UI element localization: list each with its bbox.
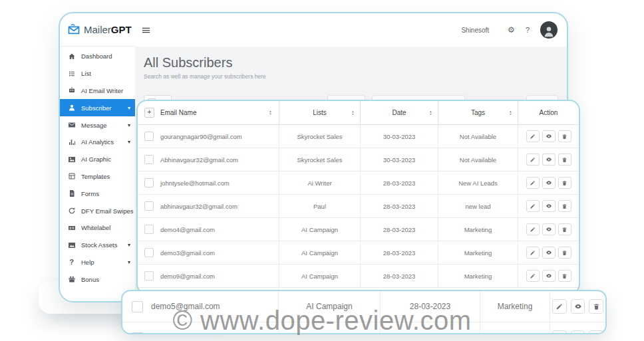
- subscriber-tag: Marketing: [480, 322, 550, 334]
- edit-button[interactable]: [526, 200, 540, 212]
- user-avatar[interactable]: [540, 21, 558, 39]
- sort-icon[interactable]: [428, 109, 434, 116]
- subscriber-email: demo4@gmail.com: [160, 226, 215, 233]
- view-button[interactable]: [571, 299, 585, 314]
- view-button[interactable]: [542, 247, 556, 259]
- sidebar-item-ai-email-writer[interactable]: AI Email Writer: [60, 82, 135, 100]
- sidebar-nav: Dashboard List AI Email Writer Subscribe…: [60, 47, 135, 301]
- sidebar-item-ai-analytics[interactable]: AI Analytics ▾: [60, 134, 135, 151]
- delete-button[interactable]: [558, 177, 571, 189]
- subscriber-tag: Not Available: [438, 125, 518, 148]
- edit-button[interactable]: [526, 270, 540, 282]
- column-header-date: Date: [392, 109, 406, 116]
- subscriber-email: demo9@gmail.com: [160, 273, 215, 280]
- template-icon: [67, 172, 76, 180]
- question-mark-icon: ?: [67, 258, 76, 266]
- page-subtitle: Search as well as manage your subscriber…: [144, 73, 567, 80]
- subscriber-list: AI Campaign: [278, 322, 380, 334]
- subscriber-list: AI Campaign: [279, 241, 360, 264]
- row-checkbox[interactable]: [132, 301, 143, 312]
- subscriber-date: 28-03-2023: [360, 171, 438, 194]
- edit-button[interactable]: [526, 247, 540, 259]
- edit-button[interactable]: [526, 154, 540, 166]
- edit-button[interactable]: [552, 330, 567, 334]
- sidebar-item-templates[interactable]: Templates: [60, 168, 135, 185]
- subscriber-list: Skyrocket Sales: [279, 148, 360, 171]
- subscriber-email: demo5@gmail.com: [151, 302, 220, 311]
- row-checkbox[interactable]: [144, 225, 154, 234]
- delete-button[interactable]: [589, 330, 603, 334]
- sidebar-item-forms[interactable]: Forms: [60, 185, 135, 202]
- sidebar-item-subscriber[interactable]: Subscriber ▾: [60, 99, 135, 116]
- mailer-envelope-icon: [67, 23, 80, 37]
- view-button[interactable]: [542, 270, 556, 282]
- sidebar-item-whitelabel[interactable]: Whitelabel: [60, 219, 135, 237]
- sidebar-item-stock-assets[interactable]: Stock Assets ▾: [60, 237, 135, 254]
- hamburger-menu-icon[interactable]: [141, 25, 151, 35]
- sidebar-item-dfy-email-swipes[interactable]: DFY Email Swipes: [60, 202, 135, 219]
- edit-button[interactable]: [552, 299, 567, 314]
- chevron-down-icon: ▾: [128, 122, 130, 128]
- table-row: demo9@gmail.com AI Campaign 28-03-2023 M…: [138, 265, 579, 288]
- edit-button[interactable]: [526, 223, 540, 235]
- sidebar-item-bonus[interactable]: Bonus: [60, 271, 135, 288]
- image-icon: [67, 156, 76, 164]
- delete-button[interactable]: [558, 270, 571, 282]
- delete-button[interactable]: [589, 299, 603, 314]
- column-header-lists: Lists: [313, 109, 327, 116]
- row-checkbox[interactable]: [144, 248, 154, 257]
- subscriber-email: johntysele@hotmail.com: [160, 179, 230, 187]
- subscriber-list: AI Campaign: [278, 291, 380, 322]
- overlay-table-card: demo5@gmail.com AI Campaign 28-03-2023 M…: [121, 290, 607, 334]
- view-button[interactable]: [542, 200, 556, 212]
- delete-button[interactable]: [558, 223, 571, 235]
- table-row-partial: demo8@gmail.com AI Campaign 28-03-2023 M…: [122, 322, 605, 334]
- table-row: demo4@gmail.com AI Campaign 28-03-2023 M…: [138, 218, 579, 241]
- subscriber-tag: Marketing: [438, 265, 518, 287]
- edit-button[interactable]: [526, 130, 540, 142]
- row-checkbox[interactable]: [144, 178, 154, 187]
- row-checkbox[interactable]: [144, 132, 154, 141]
- edit-button[interactable]: [526, 177, 540, 189]
- delete-button[interactable]: [558, 247, 571, 259]
- sidebar-item-dashboard[interactable]: Dashboard: [60, 48, 135, 65]
- row-checkbox[interactable]: [144, 155, 154, 164]
- view-button[interactable]: [571, 330, 585, 334]
- row-checkbox[interactable]: [144, 271, 154, 281]
- subscriber-date: 28-03-2023: [380, 291, 480, 322]
- subscriber-date: 28-03-2023: [360, 195, 438, 217]
- delete-button[interactable]: [558, 154, 571, 166]
- brand-logo: MailerGPT: [60, 13, 135, 47]
- column-header-email: Email Name: [160, 109, 196, 116]
- add-subscriber-button[interactable]: +: [144, 108, 154, 118]
- list-icon: [67, 70, 76, 78]
- help-icon[interactable]: ?: [526, 27, 530, 34]
- subscriber-email: gourangnagar90@gmail.com: [160, 133, 242, 140]
- table-row: Abhinavgaur32@gmail.com Skyrocket Sales …: [138, 148, 579, 171]
- row-checkbox[interactable]: [132, 332, 143, 335]
- sort-icon[interactable]: [267, 109, 273, 116]
- row-checkbox[interactable]: [144, 201, 154, 211]
- column-header-action: Action: [540, 109, 558, 116]
- sidebar-item-list[interactable]: List: [60, 65, 135, 82]
- view-button[interactable]: [542, 177, 556, 189]
- table-row: demo3@gmail.com AI Campaign 28-03-2023 M…: [138, 241, 579, 265]
- delete-button[interactable]: [558, 130, 571, 142]
- sidebar-item-message[interactable]: Message ▾: [60, 116, 135, 134]
- subscriber-date: 28-03-2023: [360, 218, 438, 241]
- sidebar-item-ai-graphic[interactable]: AI Graphic: [60, 151, 135, 168]
- view-button[interactable]: [542, 223, 556, 235]
- view-button[interactable]: [542, 130, 556, 142]
- subscriber-date: 28-03-2023: [380, 322, 480, 334]
- sort-icon[interactable]: [350, 109, 356, 116]
- sort-icon[interactable]: [508, 109, 514, 116]
- view-button[interactable]: [542, 154, 556, 166]
- subscriber-email: demo3@gmail.com: [160, 249, 215, 257]
- settings-gear-icon[interactable]: ⚙: [508, 26, 515, 34]
- brand-name: MailerGPT: [84, 24, 132, 35]
- subscribers-table-card: + Email Name Lists Date Tags Action gour…: [136, 100, 580, 294]
- delete-button[interactable]: [558, 200, 571, 212]
- subscriber-email: Abhinavgaur32@gmail.com: [160, 156, 238, 164]
- sidebar-item-help[interactable]: ? Help ▾: [60, 254, 135, 271]
- topbar: Shinesoft ⚙ ?: [135, 13, 567, 47]
